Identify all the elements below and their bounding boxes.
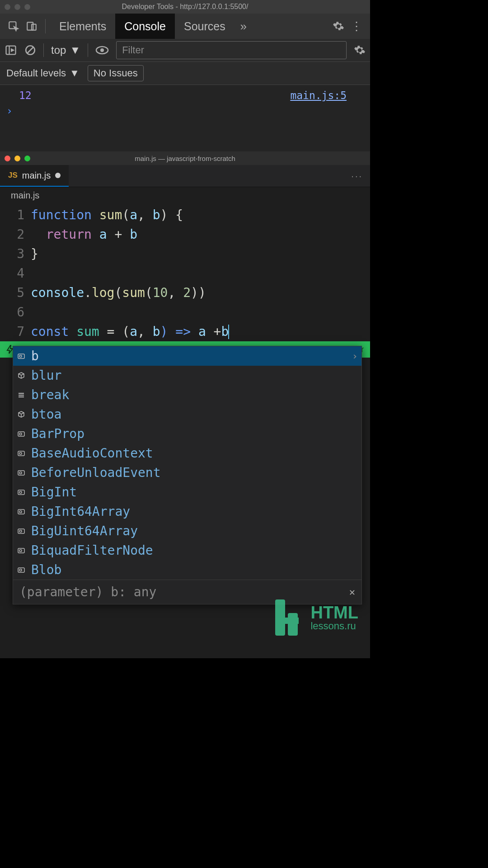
unsaved-dot-icon — [55, 173, 61, 178]
svg-rect-13 — [18, 471, 24, 475]
ac-kind-icon — [17, 507, 26, 516]
traffic-light-dot[interactable] — [24, 4, 30, 10]
devtools-tabs: Elements Console Sources » ⋮ — [0, 14, 370, 39]
autocomplete-item[interactable]: BarProp — [13, 424, 361, 443]
svg-rect-18 — [19, 511, 22, 513]
autocomplete-item[interactable]: Blob — [13, 560, 361, 580]
svg-rect-1 — [27, 22, 33, 30]
ac-kind-icon — [17, 566, 26, 575]
ac-kind-icon — [17, 468, 26, 477]
svg-rect-7 — [18, 354, 24, 359]
context-label: top — [51, 44, 66, 57]
autocomplete-item[interactable]: BigInt64Array — [13, 502, 361, 521]
ac-kind-icon — [17, 410, 26, 419]
console-prompt[interactable]: › — [5, 103, 365, 117]
log-value: 12 — [5, 90, 32, 101]
autocomplete-hint: (parameter) b: any✕ — [13, 580, 361, 604]
filter-input[interactable]: Filter — [116, 41, 347, 59]
ac-kind-icon — [17, 429, 26, 439]
autocomplete-item[interactable]: BigInt — [13, 482, 361, 502]
kebab-menu-icon[interactable]: ⋮ — [347, 17, 366, 35]
svg-rect-24 — [19, 569, 22, 571]
svg-rect-19 — [18, 529, 24, 533]
ac-kind-icon — [17, 391, 26, 400]
tab-console[interactable]: Console — [115, 14, 175, 39]
autocomplete-item[interactable]: blur — [13, 366, 361, 385]
gear-icon[interactable] — [329, 17, 347, 35]
close-window-icon[interactable] — [5, 156, 10, 161]
svg-rect-12 — [19, 453, 22, 454]
line-gutter: 1 2 3 4 5 6 7 — [0, 205, 31, 341]
close-icon[interactable]: ✕ — [349, 586, 355, 598]
autocomplete-item[interactable]: BeforeUnloadEvent — [13, 463, 361, 482]
tab-actions-icon[interactable]: ··· — [344, 165, 370, 187]
svg-rect-14 — [19, 472, 22, 474]
console-output: 12 main.js:5 › — [0, 85, 370, 151]
autocomplete-item[interactable]: BaseAudioContext — [13, 443, 361, 463]
js-file-icon: JS — [8, 171, 18, 180]
autocomplete-item[interactable]: BigUint64Array — [13, 521, 361, 541]
autocomplete-popup[interactable]: b›blurbreakbtoaBarPropBaseAudioContextBe… — [13, 346, 362, 604]
divider — [43, 43, 44, 57]
ac-kind-icon — [17, 488, 26, 497]
svg-rect-9 — [18, 432, 24, 436]
console-log-row: 12 main.js:5 — [5, 88, 365, 103]
editor-tab[interactable]: JS main.js — [0, 165, 69, 187]
levels-label: Default levels — [6, 67, 66, 79]
editor-window: main.js — javascript-from-scratch JS mai… — [0, 151, 370, 658]
context-select[interactable]: top ▼ — [51, 44, 80, 57]
devtools-titlebar: Developer Tools - http://127.0.0.1:5500/ — [0, 0, 370, 14]
tab-elements[interactable]: Elements — [50, 14, 115, 39]
traffic-light-dot[interactable] — [5, 4, 10, 10]
traffic-light-dot[interactable] — [14, 4, 20, 10]
no-issues-badge[interactable]: No Issues — [88, 65, 144, 81]
breadcrumb[interactable]: main.js — [0, 187, 370, 203]
code-area[interactable]: 1 2 3 4 5 6 7 function sum(a, b) { retur… — [0, 203, 370, 341]
ac-kind-icon — [17, 352, 26, 361]
minimize-window-icon[interactable] — [14, 156, 20, 161]
devtools-title: Developer Tools - http://127.0.0.1:5500/ — [122, 3, 249, 11]
chevron-down-icon: ▼ — [70, 67, 80, 79]
maximize-window-icon[interactable] — [24, 156, 30, 161]
divider — [88, 43, 88, 57]
editor-traffic-lights — [5, 156, 30, 161]
log-source-link[interactable]: main.js:5 — [290, 90, 365, 101]
ac-kind-icon — [17, 546, 26, 555]
svg-rect-17 — [18, 509, 24, 514]
autocomplete-item[interactable]: BiquadFilterNode — [13, 541, 361, 560]
sidebar-toggle-icon[interactable] — [5, 44, 17, 57]
console-settings-icon[interactable] — [354, 44, 366, 56]
autocomplete-item[interactable]: break — [13, 385, 361, 405]
inspect-icon[interactable] — [5, 17, 23, 35]
console-toolbar: top ▼ Filter — [0, 39, 370, 62]
console-filterbar: Default levels ▼ No Issues — [0, 62, 370, 85]
chevron-right-icon: › — [352, 350, 358, 362]
svg-point-6 — [100, 48, 104, 52]
watermark-line2: lessons.ru — [310, 621, 358, 631]
device-toggle-icon[interactable] — [23, 17, 41, 35]
autocomplete-item[interactable]: btoa — [13, 405, 361, 424]
svg-rect-22 — [19, 550, 22, 552]
clear-console-icon[interactable] — [24, 44, 36, 56]
watermark: HTML lessons.ru — [275, 599, 358, 636]
ac-kind-icon — [17, 449, 26, 458]
ac-kind-icon — [17, 527, 26, 536]
svg-rect-2 — [32, 24, 36, 30]
editor-titlebar: main.js — javascript-from-scratch — [0, 151, 370, 165]
text-cursor — [228, 325, 229, 339]
devtools-window: Developer Tools - http://127.0.0.1:5500/… — [0, 0, 370, 151]
more-tabs-icon[interactable]: » — [235, 17, 253, 35]
live-expression-icon[interactable] — [95, 46, 109, 55]
tab-filename: main.js — [22, 170, 51, 181]
filter-placeholder: Filter — [122, 44, 144, 56]
svg-rect-23 — [18, 568, 24, 572]
editor-tabs: JS main.js ··· — [0, 165, 370, 187]
log-levels-select[interactable]: Default levels ▼ — [6, 67, 80, 79]
chevron-down-icon: ▼ — [70, 44, 80, 57]
ac-kind-icon — [17, 371, 26, 380]
editor-window-title: main.js — javascript-from-scratch — [135, 155, 235, 162]
tab-sources[interactable]: Sources — [175, 14, 235, 39]
svg-rect-20 — [19, 530, 22, 532]
code-content[interactable]: function sum(a, b) { return a + b } cons… — [31, 205, 229, 341]
autocomplete-item[interactable]: b› — [13, 346, 361, 366]
